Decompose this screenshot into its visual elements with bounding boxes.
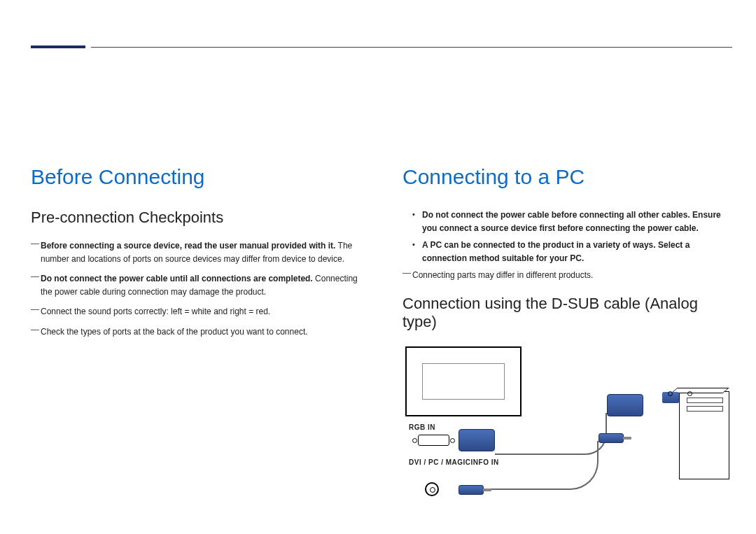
left-subheading: Pre-connection Checkpoints (31, 209, 360, 227)
monitor-icon (405, 346, 522, 416)
dash-icon: ― (31, 237, 41, 263)
audio-connector-icon (458, 485, 484, 495)
dvi-label: DVI / PC / MAGICINFO IN (409, 458, 499, 466)
pc-tower-icon (679, 391, 729, 479)
right-subheading: Connection using the D-SUB cable (Analog… (402, 295, 732, 331)
rgb-in-label: RGB IN (409, 423, 435, 431)
audio-connector-icon (598, 433, 624, 443)
bullet-note: • A PC can be connected to the product i… (402, 239, 732, 265)
checkpoint-item: ― Before connecting a source device, rea… (31, 239, 360, 265)
dash-icon: ― (31, 303, 41, 316)
bullet-text: Do not connect the power cable before co… (422, 209, 732, 234)
chapter-marker (31, 45, 85, 48)
dash-icon: ― (402, 267, 412, 280)
bullet-note: • Do not connect the power cable before … (402, 209, 732, 234)
rgb-port-icon (418, 435, 449, 446)
dash-icon: ― (31, 323, 41, 337)
monitor-screen (422, 363, 505, 400)
page-columns: Before Connecting Pre-connection Checkpo… (31, 165, 732, 528)
header-rule (91, 47, 732, 48)
checkpoint-text: Before connecting a source device, read … (41, 239, 360, 265)
right-column: Connecting to a PC • Do not connect the … (402, 165, 732, 528)
left-column: Before Connecting Pre-connection Checkpo… (31, 165, 360, 528)
checkpoint-text: Connect the sound ports correctly: left … (41, 305, 270, 318)
left-heading: Before Connecting (31, 165, 360, 189)
checkpoint-item: ― Do not connect the power cable until a… (31, 272, 360, 298)
checkpoint-item: ― Check the types of ports at the back o… (31, 325, 360, 339)
dash-note: ― Connecting parts may differ in differe… (402, 269, 732, 282)
bullet-icon: • (412, 239, 422, 265)
connection-diagram: RGB IN DVI / PC / MAGICINFO IN (402, 346, 732, 528)
drive-slot-icon (687, 406, 723, 412)
right-heading: Connecting to a PC (402, 165, 732, 189)
audio-cable-icon (486, 441, 598, 490)
bullet-text: A PC can be connected to the product in … (422, 239, 732, 265)
bullet-icon: • (412, 209, 422, 234)
audio-jack-icon (425, 482, 439, 496)
checkpoint-text: Do not connect the power cable until all… (41, 272, 360, 298)
dash-icon: ― (31, 270, 41, 296)
drive-slot-icon (687, 398, 723, 403)
checkpoint-item: ― Connect the sound ports correctly: lef… (31, 305, 360, 318)
vga-connector-icon (607, 394, 643, 416)
dash-text: Connecting parts may differ in different… (412, 269, 593, 282)
checkpoint-text: Check the types of ports at the back of … (41, 325, 308, 339)
